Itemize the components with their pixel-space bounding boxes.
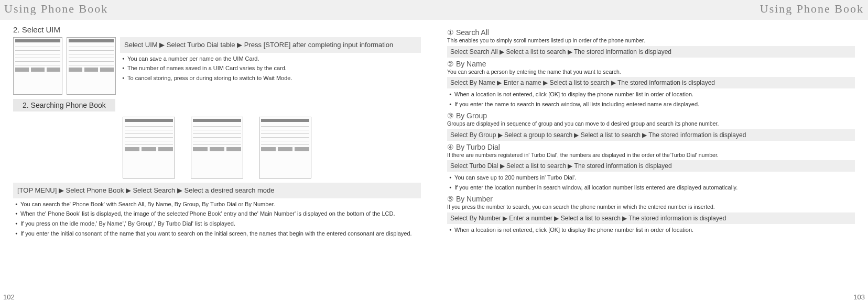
search-notes-list: You can search the' Phone Book' with Sea… — [13, 199, 421, 239]
search-method-instruction: Select Search All ▶ Select a list to sea… — [447, 46, 855, 58]
search-method-note: If you enter the location number in sear… — [447, 183, 855, 193]
search-note: If you press on the idle mode,' By Name'… — [13, 219, 421, 229]
search-method-instruction: Select By Number ▶ Enter a number ▶ Sele… — [447, 212, 855, 224]
search-method-notes: When a location is not entered, click [O… — [447, 90, 855, 109]
search-method-desc: You can search a person by entering the … — [447, 69, 855, 76]
search-method-instruction: Select Turbo Dial ▶ Select a list to sea… — [447, 160, 855, 172]
search-method-desc: If you press the number to search, you c… — [447, 204, 855, 211]
search-screenshot-3 — [259, 117, 311, 178]
uim-note: To cancel storing, press or during stori… — [120, 73, 421, 83]
search-method-notes: You can save up to 200 numbers in' Turbo… — [447, 173, 855, 193]
search-method-desc: If there are numbers registered in' Turb… — [447, 152, 855, 159]
search-mode-instruction: [TOP MENU] ▶ Select Phone Book ▶ Select … — [13, 183, 421, 198]
page-header-left: Using Phone Book — [0, 2, 108, 16]
uim-note: You can save a number per name on the UI… — [120, 54, 421, 64]
select-uim-heading: 2. Select UIM — [13, 25, 421, 34]
search-method-note: When a location is not entered, click [O… — [447, 90, 855, 99]
search-method-desc: This enables you to simply scroll number… — [447, 37, 855, 44]
search-method-desc: Groups are displayed in sequence of grou… — [447, 120, 855, 128]
search-note: You can search the' Phone Book' with Sea… — [13, 199, 421, 209]
searching-phonebook-heading: 2. Searching Phone Book — [13, 99, 115, 111]
page-header-right: Using Phone Book — [760, 2, 868, 16]
search-screenshot-2 — [191, 117, 243, 178]
page-number-left: 102 — [3, 293, 15, 301]
search-method-title: ④ By Turbo Dial — [447, 143, 855, 151]
search-method-title: ① Search All — [447, 28, 855, 37]
uim-screenshot-1 — [13, 37, 62, 95]
search-method-title: ③ By Group — [447, 111, 855, 120]
search-method-title: ② By Name — [447, 60, 855, 68]
search-screenshot-1 — [123, 117, 175, 178]
search-method-notes: When a location is not entered, click [O… — [447, 225, 855, 235]
search-method-note: When a location is not entered, click [O… — [447, 225, 855, 235]
search-method-instruction: Select By Name ▶ Enter a name ▶ Select a… — [447, 77, 855, 88]
select-uim-instruction: Select UIM ▶ Select Turbo Dial table ▶ P… — [120, 37, 421, 53]
search-method-instruction: Select By Group ▶ Select a group to sear… — [447, 129, 855, 141]
search-method-note: If you enter the name to search in searc… — [447, 99, 855, 109]
uim-notes-list: You can save a number per name on the UI… — [120, 54, 421, 84]
search-method-title: ⑤ By Number — [447, 195, 855, 203]
search-note: When the' Phone Book' list is displayed,… — [13, 209, 421, 219]
uim-screenshot-2 — [67, 37, 116, 95]
search-note: If you enter the initial consonant of th… — [13, 229, 421, 239]
search-method-note: You can save up to 200 numbers in' Turbo… — [447, 173, 855, 183]
uim-note: The number of names saved in a UIM Card … — [120, 63, 421, 73]
page-number-right: 103 — [853, 293, 865, 301]
